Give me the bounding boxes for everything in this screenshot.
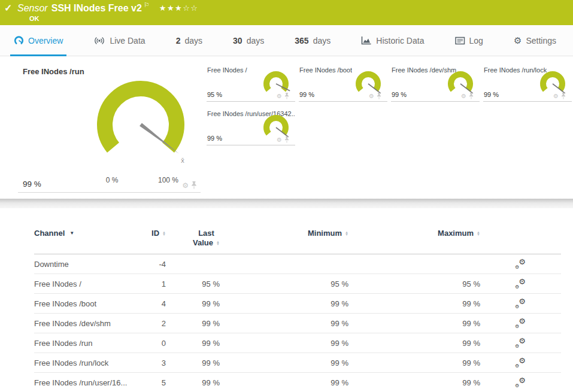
- channel-name-cell[interactable]: Free INodes /dev/shm: [34, 319, 130, 328]
- live-data-icon: [93, 36, 105, 45]
- channel-settings-gears-icon[interactable]: ⚙ ⚙: [516, 319, 526, 328]
- channel-last-value-cell: 99 %: [166, 299, 220, 308]
- channel-settings-gears-icon[interactable]: ⚙ ⚙: [516, 339, 526, 348]
- pin-icon[interactable]: [284, 93, 289, 99]
- log-list-icon: [455, 37, 465, 45]
- tab-2-days[interactable]: 2 days: [174, 25, 204, 56]
- gauge-card-free-inodes-run: Free INodes /run x̄ 0 % 100 % 99 % ⚙: [18, 60, 201, 193]
- channel-settings-gears-icon[interactable]: ⚙ ⚙: [516, 260, 526, 269]
- flag-icon[interactable]: ⚐: [144, 1, 150, 8]
- status-ok-check-icon: ✓: [4, 2, 12, 14]
- gauge-settings-gear-icon[interactable]: ⚙: [277, 93, 282, 99]
- channel-name-cell[interactable]: Downtime: [34, 260, 130, 269]
- gauge-title[interactable]: Free INodes /boot: [299, 66, 352, 74]
- gauge-settings-gear-icon[interactable]: ⚙: [369, 93, 374, 99]
- channel-id-cell: -4: [130, 260, 166, 269]
- channel-name-cell[interactable]: Free INodes /boot: [34, 299, 130, 308]
- gauge-value: 99 %: [392, 91, 407, 98]
- channel-table-row: Downtime -4 ⚙ ⚙: [34, 254, 561, 274]
- historic-data-chart-icon: [361, 36, 372, 45]
- tab-number: 365: [295, 36, 308, 45]
- tab-30-days[interactable]: 30 days: [231, 25, 266, 56]
- gauge-settings-gear-icon[interactable]: ⚙: [182, 182, 189, 189]
- column-header-maximum[interactable]: Maximum ▲▼: [348, 229, 480, 238]
- channel-id-cell: 1: [130, 279, 166, 288]
- gauge-value: 99 %: [299, 91, 314, 98]
- tab-label: Overview: [28, 36, 63, 45]
- channel-table-row: Free INodes /run/lock 3 99 % 99 % 99 % ⚙…: [34, 353, 561, 373]
- tab-label: days: [247, 36, 265, 45]
- priority-stars[interactable]: ★★★☆☆: [159, 4, 199, 13]
- sensor-title-block: SensorSSH INodes Free v2⚐★★★☆☆ OK: [17, 0, 573, 22]
- channel-last-value-cell: 99 %: [166, 319, 220, 328]
- channel-minimum-cell: 99 %: [220, 319, 348, 328]
- pin-icon[interactable]: [191, 181, 197, 189]
- tab-365-days[interactable]: 365 days: [293, 25, 332, 56]
- channel-table-row: Free INodes /boot 4 99 % 99 % 99 % ⚙ ⚙: [34, 294, 561, 314]
- pin-icon[interactable]: [561, 93, 566, 99]
- tab-label: Log: [469, 36, 483, 45]
- channel-maximum-cell: 99 %: [348, 319, 480, 328]
- tab-label: Settings: [526, 36, 556, 45]
- gauge-settings-gear-icon[interactable]: ⚙: [553, 93, 559, 99]
- gauge-settings-gear-icon[interactable]: ⚙: [277, 137, 282, 143]
- tab-overview[interactable]: Overview: [12, 25, 65, 56]
- channel-name-cell[interactable]: Free INodes /: [34, 279, 130, 288]
- section-divider: [0, 199, 573, 208]
- mean-marker: x̄: [181, 157, 184, 164]
- gauge-scale-max: 100 %: [153, 176, 183, 184]
- sort-icon: ▲▼: [477, 231, 480, 236]
- channel-name-cell[interactable]: Free INodes /run/lock: [34, 358, 130, 367]
- channel-id-cell: 5: [130, 378, 166, 387]
- column-header-id[interactable]: ID ▲▼: [130, 229, 166, 238]
- channel-name-cell[interactable]: Free INodes /run/user/16...: [34, 378, 130, 387]
- channel-settings-gears-icon[interactable]: ⚙ ⚙: [516, 358, 526, 367]
- sensor-status-text: OK: [29, 15, 573, 22]
- tab-live-data[interactable]: Live Data: [92, 25, 147, 56]
- channel-table-row: Free INodes /run 0 99 % 99 % 99 % ⚙ ⚙: [34, 333, 561, 353]
- small-gauge-grid: Free INodes / 95 % ⚙ Free INodes /boot: [207, 65, 572, 145]
- channel-table-row: Free INodes /run/user/16... 5 99 % 99 % …: [34, 373, 561, 392]
- channel-minimum-cell: 99 %: [220, 299, 348, 308]
- channel-minimum-cell: 95 %: [220, 279, 348, 288]
- gauge-title[interactable]: Free INodes /: [207, 66, 247, 74]
- channel-minimum-cell: 99 %: [220, 339, 348, 348]
- channel-table-section: Channel ▼ ID ▲▼ Last Value ▲▼: [0, 208, 573, 392]
- tab-bar: Overview Live Data 2 days 30 days 365 da…: [0, 25, 573, 56]
- table-header-row: Channel ▼ ID ▲▼ Last Value ▲▼: [34, 208, 561, 254]
- sort-icon: ▲▼: [216, 241, 220, 246]
- gauge-card: Free INodes /boot 99 % ⚙: [299, 65, 387, 102]
- channel-name-cell[interactable]: Free INodes /run: [34, 339, 130, 348]
- channel-id-cell: 2: [130, 319, 166, 328]
- gauge-title[interactable]: Free INodes /run: [23, 67, 84, 76]
- gauge-card: Free INodes /dev/shm 99 % ⚙: [391, 65, 480, 102]
- tab-number: 2: [176, 36, 181, 45]
- main-gauge: x̄: [81, 72, 201, 174]
- gauge-value: 95 %: [207, 91, 222, 98]
- channel-maximum-cell: 99 %: [348, 358, 480, 367]
- pin-icon[interactable]: [377, 93, 381, 99]
- column-header-last-value[interactable]: Last Value ▲▼: [166, 229, 220, 248]
- tab-number: 30: [233, 36, 242, 45]
- gear-icon: ⚙: [514, 36, 522, 45]
- column-header-channel[interactable]: Channel ▼: [34, 229, 130, 238]
- tab-label: days: [184, 36, 202, 45]
- tab-settings[interactable]: ⚙ Settings: [512, 25, 558, 56]
- gauge-value: 99 %: [484, 91, 499, 98]
- gauge-settings-gear-icon[interactable]: ⚙: [461, 93, 466, 99]
- pin-icon[interactable]: [284, 136, 289, 143]
- gauge-icon: [14, 35, 24, 45]
- channel-settings-gears-icon[interactable]: ⚙ ⚙: [516, 378, 526, 387]
- channel-table-row: Free INodes /dev/shm 2 99 % 99 % 99 % ⚙ …: [34, 314, 561, 333]
- tab-historic-data[interactable]: Historic Data: [359, 25, 426, 56]
- tab-label: Live Data: [110, 36, 145, 45]
- column-header-minimum[interactable]: Minimum ▲▼: [220, 229, 348, 238]
- channel-last-value-cell: 99 %: [166, 378, 220, 387]
- tab-label: days: [313, 36, 331, 45]
- channel-settings-gears-icon[interactable]: ⚙ ⚙: [516, 279, 526, 288]
- channel-maximum-cell: 99 %: [348, 299, 480, 308]
- pin-icon[interactable]: [469, 93, 474, 99]
- tab-log[interactable]: Log: [453, 25, 485, 56]
- gauge-value: 99 %: [207, 135, 222, 142]
- channel-settings-gears-icon[interactable]: ⚙ ⚙: [516, 299, 526, 308]
